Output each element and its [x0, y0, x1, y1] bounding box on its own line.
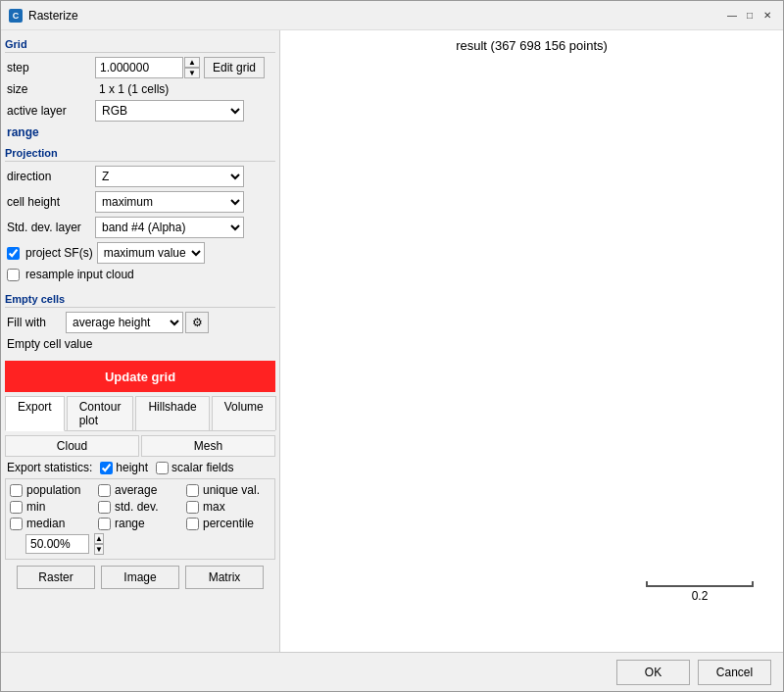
projection-section: Projection direction Z cell height maxim…: [5, 143, 275, 285]
export-stats-label: Export statistics:: [7, 461, 92, 474]
matrix-button[interactable]: Matrix: [185, 566, 264, 589]
step-input-wrapper: ▲ ▼: [95, 57, 200, 78]
std-dev-label: std. dev.: [115, 500, 158, 514]
empty-cell-value-label: Empty cell value: [7, 337, 92, 351]
update-grid-button[interactable]: Update grid: [5, 361, 275, 392]
range-row: range: [5, 125, 275, 139]
maximize-button[interactable]: □: [742, 8, 758, 24]
project-sf-select[interactable]: maximum value: [97, 242, 205, 264]
right-panel: result (367 698 156 points) 0.2: [280, 30, 783, 652]
cell-height-row: cell height maximum: [5, 191, 275, 213]
fill-settings-button[interactable]: ⚙: [185, 312, 209, 333]
scale-label: 0.2: [692, 589, 709, 603]
height-checkbox[interactable]: [100, 462, 113, 474]
direction-select[interactable]: Z: [95, 166, 244, 187]
edit-grid-button[interactable]: Edit grid: [204, 57, 265, 78]
resample-label: resample input cloud: [25, 268, 134, 281]
max-checkbox[interactable]: [186, 501, 199, 514]
cb-unique-val: unique val.: [186, 483, 270, 497]
project-sf-checkbox[interactable]: [7, 247, 20, 260]
raster-button[interactable]: Raster: [17, 566, 95, 589]
left-panel: Grid step ▲ ▼ Edit grid size 1 x: [1, 30, 280, 652]
app-icon: C: [9, 9, 23, 23]
percentile-checkbox[interactable]: [186, 518, 199, 530]
minimize-button[interactable]: —: [724, 8, 740, 24]
sub-tabs: Cloud Mesh: [5, 435, 275, 457]
footer: OK Cancel: [1, 652, 783, 691]
cb-average: average: [98, 483, 182, 497]
average-checkbox[interactable]: [98, 484, 111, 497]
titlebar: C Rasterize — □ ✕: [1, 1, 783, 30]
active-layer-row: active layer RGB: [5, 100, 275, 122]
scale-bar: 0.2: [646, 581, 754, 603]
scalar-checkbox[interactable]: [156, 462, 169, 474]
main-tabs: Export Contour plot Hillshade Volume: [5, 396, 275, 431]
tab-volume[interactable]: Volume: [212, 396, 276, 430]
tab-contour-plot[interactable]: Contour plot: [67, 396, 134, 430]
std-dev-label: Std. dev. layer: [7, 221, 95, 234]
tab-export[interactable]: Export: [5, 396, 65, 431]
ok-button[interactable]: OK: [616, 660, 690, 685]
cell-height-label: cell height: [7, 195, 95, 209]
fill-select[interactable]: average height: [66, 312, 183, 333]
percentile-down[interactable]: ▼: [94, 544, 104, 555]
cancel-button[interactable]: Cancel: [698, 660, 771, 685]
subtab-cloud[interactable]: Cloud: [5, 435, 139, 457]
cb-percentile: percentile: [186, 517, 270, 530]
cb-range: range: [98, 517, 182, 530]
resample-checkbox[interactable]: [7, 269, 20, 281]
cell-height-select[interactable]: maximum: [95, 191, 244, 213]
bottom-buttons: Raster Image Matrix: [5, 566, 275, 589]
window-title: Rasterize: [28, 9, 724, 23]
projection-label: Projection: [5, 147, 275, 159]
grid-section: Grid step ▲ ▼ Edit grid size 1 x: [5, 34, 275, 143]
close-button[interactable]: ✕: [760, 8, 775, 24]
step-down[interactable]: ▼: [184, 68, 200, 78]
tab-hillshade[interactable]: Hillshade: [135, 396, 209, 430]
population-checkbox[interactable]: [10, 484, 23, 497]
main-window: C Rasterize — □ ✕ Grid step ▲ ▼: [0, 0, 784, 692]
percentile-value-row: ▲ ▼: [10, 533, 182, 555]
unique-val-checkbox[interactable]: [186, 484, 199, 497]
project-sf-label: project SF(s): [25, 246, 93, 260]
std-dev-select[interactable]: band #4 (Alpha): [95, 217, 244, 238]
step-up[interactable]: ▲: [184, 57, 200, 68]
active-layer-label: active layer: [7, 104, 95, 118]
empty-cells-section: Empty cells Fill with average height ⚙ E…: [5, 289, 275, 355]
size-row: size 1 x 1 (1 cells): [5, 82, 275, 96]
median-checkbox[interactable]: [10, 518, 23, 530]
direction-row: direction Z: [5, 166, 275, 187]
cb-median: median: [10, 517, 94, 530]
range-label: range: [115, 517, 145, 530]
direction-label: direction: [7, 170, 95, 183]
active-layer-select[interactable]: RGB: [95, 100, 244, 122]
result-area: result (367 698 156 points): [288, 38, 775, 644]
scale-line: [646, 581, 754, 587]
scalar-checkbox-label: scalar fields: [156, 461, 233, 474]
resample-row: resample input cloud: [5, 268, 275, 281]
project-sf-row: project SF(s) maximum value: [5, 242, 275, 264]
percentile-up[interactable]: ▲: [94, 533, 104, 544]
stat-checkbox-grid: population average unique val. min std. …: [5, 478, 275, 560]
empty-cell-value-row: Empty cell value: [5, 337, 275, 351]
height-label: height: [116, 461, 148, 474]
std-dev-checkbox[interactable]: [98, 501, 111, 514]
fill-label: Fill with: [7, 316, 66, 329]
average-label: average: [115, 483, 157, 497]
size-label: size: [7, 82, 95, 96]
percentile-input[interactable]: [25, 534, 89, 554]
step-spinner: ▲ ▼: [184, 57, 200, 78]
subtab-mesh[interactable]: Mesh: [141, 435, 275, 457]
step-row: step ▲ ▼ Edit grid: [5, 57, 275, 78]
range-label: range: [7, 125, 95, 139]
image-button[interactable]: Image: [101, 566, 179, 589]
min-checkbox[interactable]: [10, 501, 23, 514]
fill-row: Fill with average height ⚙: [5, 312, 275, 333]
content-area: Grid step ▲ ▼ Edit grid size 1 x: [1, 30, 783, 652]
cb-min: min: [10, 500, 94, 514]
median-label: median: [26, 517, 65, 530]
unique-val-label: unique val.: [203, 483, 260, 497]
cb-max: max: [186, 500, 270, 514]
range-checkbox[interactable]: [98, 518, 111, 530]
step-input[interactable]: [95, 57, 183, 78]
